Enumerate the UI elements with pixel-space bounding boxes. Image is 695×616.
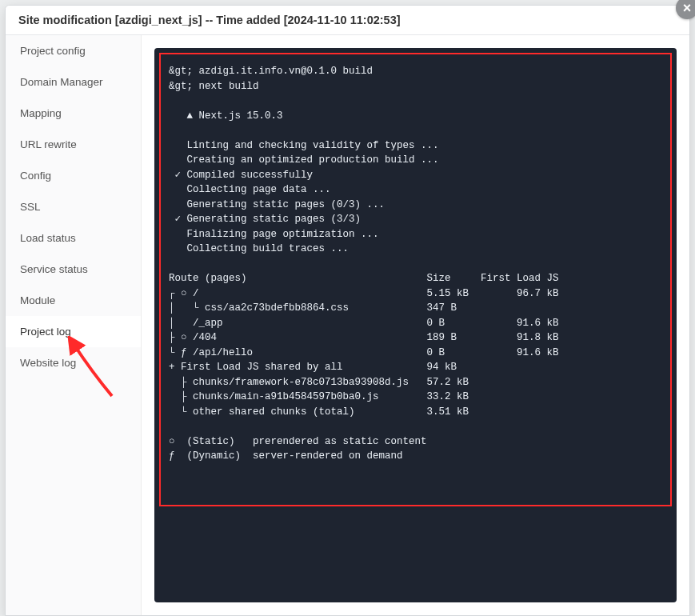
terminal-panel: &gt; azdigi.it.info.vn@0.1.0 build &gt; … <box>154 48 677 602</box>
terminal-output[interactable]: &gt; azdigi.it.info.vn@0.1.0 build &gt; … <box>169 64 662 464</box>
sidebar-item-label: URL rewrite <box>20 138 77 150</box>
sidebar-item-label: Project log <box>20 326 71 338</box>
sidebar-item-label: Project config <box>20 45 86 57</box>
sidebar-item-label: Config <box>20 170 51 182</box>
sidebar-nav: Project configDomain ManagerMappingURL r… <box>6 35 142 615</box>
sidebar-item-label: Domain Manager <box>20 76 103 88</box>
sidebar-item-load-status[interactable]: Load status <box>6 222 141 254</box>
sidebar-item-project-log[interactable]: Project log <box>6 316 141 347</box>
sidebar-item-label: Service status <box>20 263 88 275</box>
sidebar-item-project-config[interactable]: Project config <box>6 35 141 66</box>
sidebar-item-domain-manager[interactable]: Domain Manager <box>6 66 141 98</box>
content-area: &gt; azdigi.it.info.vn@0.1.0 build &gt; … <box>142 35 689 615</box>
sidebar-item-label: Module <box>20 294 55 306</box>
close-icon: × <box>683 0 692 17</box>
sidebar-item-label: SSL <box>20 201 41 213</box>
sidebar-item-ssl[interactable]: SSL <box>6 191 141 222</box>
sidebar-item-module[interactable]: Module <box>6 285 141 316</box>
sidebar-item-label: Mapping <box>20 107 62 119</box>
terminal-highlight-box: &gt; azdigi.it.info.vn@0.1.0 build &gt; … <box>159 53 672 506</box>
sidebar-item-label: Load status <box>20 232 76 244</box>
sidebar-item-label: Website log <box>20 357 76 369</box>
sidebar-item-mapping[interactable]: Mapping <box>6 98 141 129</box>
sidebar-item-service-status[interactable]: Service status <box>6 254 141 285</box>
modal-dialog: Site modification [azdigi_next_js] -- Ti… <box>5 5 690 616</box>
sidebar-item-website-log[interactable]: Website log <box>6 347 141 378</box>
sidebar-item-config[interactable]: Config <box>6 160 141 191</box>
sidebar-item-url-rewrite[interactable]: URL rewrite <box>6 129 141 160</box>
modal-title: Site modification [azdigi_next_js] -- Ti… <box>6 6 689 35</box>
modal-body: Project configDomain ManagerMappingURL r… <box>6 35 689 615</box>
